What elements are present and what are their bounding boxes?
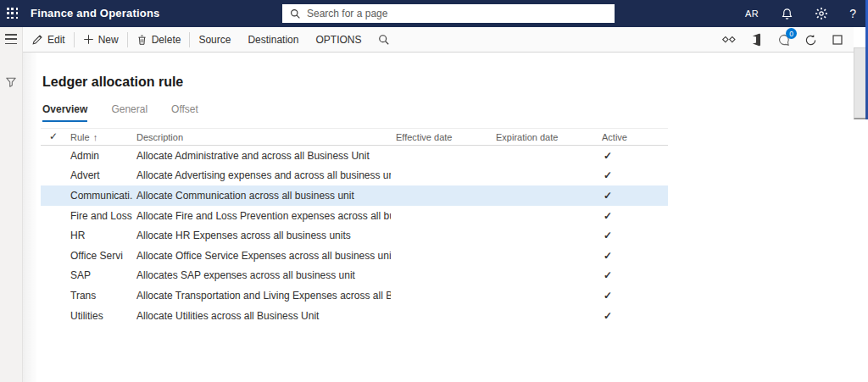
source-label: Source (198, 34, 231, 46)
grid-body: Admin Allocate Administrative and across… (41, 146, 668, 325)
cell-rule[interactable]: Admin (70, 150, 133, 162)
table-row[interactable]: Trans Allocate Transportation and Living… (41, 285, 668, 306)
tab-strip: Overview General Offset (42, 103, 198, 122)
cell-rule[interactable]: Communicati... (70, 190, 133, 202)
page-title: Ledger allocation rule (42, 75, 183, 90)
user-initials-button[interactable]: AR (745, 8, 759, 19)
destination-label: Destination (248, 34, 298, 46)
table-row[interactable]: SAP Allocates SAP expenses across all bu… (41, 266, 668, 286)
refresh-icon[interactable] (803, 32, 818, 47)
allocation-rules-grid: ✓ Rule↑ Description Effective date Expir… (41, 128, 668, 325)
edit-button[interactable]: Edit (23, 27, 74, 53)
edit-label: Edit (47, 34, 65, 46)
source-menu-button[interactable]: Source (190, 27, 239, 53)
active-check-icon: ✓ (604, 230, 629, 241)
tab-offset[interactable]: Offset (171, 103, 198, 122)
grid-header-row: ✓ Rule↑ Description Effective date Expir… (41, 128, 668, 146)
cell-description[interactable]: Allocate Advertising expenses and across… (136, 169, 391, 181)
filter-funnel-icon[interactable] (5, 76, 17, 88)
message-center-icon[interactable]: 0 (776, 32, 791, 47)
trash-icon (136, 34, 147, 46)
pencil-icon (31, 34, 43, 46)
column-header-rule[interactable]: Rule↑ (70, 132, 97, 142)
content-panel: Ledger allocation rule Overview General … (23, 53, 868, 382)
open-in-office-icon[interactable] (748, 32, 764, 47)
vertical-scrollbar-thumb[interactable] (854, 47, 866, 119)
cell-description[interactable]: Allocate Communication across all busine… (136, 190, 391, 202)
page-search-input[interactable]: Search for a page (282, 4, 615, 23)
delete-button[interactable]: Delete (128, 27, 190, 53)
options-label: OPTIONS (315, 34, 361, 46)
table-row[interactable]: Utilities Allocate Utilities across all … (41, 306, 668, 326)
plus-icon (83, 34, 94, 45)
active-check-icon: ✓ (604, 269, 629, 281)
cell-rule[interactable]: HR (70, 230, 133, 241)
active-check-icon: ✓ (604, 190, 629, 202)
tab-overview[interactable]: Overview (42, 103, 87, 122)
table-row[interactable]: Advert Allocate Advertising expenses and… (41, 166, 668, 186)
active-check-icon: ✓ (604, 290, 629, 302)
table-row[interactable]: Fire and Loss Allocate Fire and Loss Pre… (41, 206, 668, 226)
action-pane: Edit New Delete Source Destination OPTIO… (23, 27, 854, 53)
column-header-effective-date[interactable]: Effective date (396, 132, 452, 142)
search-icon (290, 8, 301, 19)
table-row[interactable]: Admin Allocate Administrative and across… (41, 146, 668, 166)
search-icon (378, 34, 390, 46)
cell-rule[interactable]: Fire and Loss (70, 210, 133, 222)
preview-glasses-icon[interactable] (721, 32, 737, 47)
message-count-badge: 0 (786, 28, 797, 39)
cell-description[interactable]: Allocates SAP expenses across all busine… (136, 269, 391, 281)
select-all-check-icon[interactable]: ✓ (49, 130, 58, 142)
content-left-shadow (23, 53, 38, 382)
new-label: New (98, 34, 119, 46)
active-check-icon: ✓ (604, 169, 629, 181)
cell-description[interactable]: Allocate Office Service Expenses across … (136, 250, 391, 262)
delete-label: Delete (152, 34, 181, 46)
active-check-icon: ✓ (604, 150, 629, 162)
cell-rule[interactable]: SAP (70, 269, 133, 281)
cell-description[interactable]: Allocate Utilities across all Business U… (136, 310, 391, 322)
cell-rule[interactable]: Utilities (70, 310, 133, 322)
cell-rule[interactable]: Advert (70, 169, 133, 181)
table-row[interactable]: HR Allocate HR Expenses across all busin… (41, 225, 668, 246)
column-header-expiration-date[interactable]: Expiration date (496, 132, 558, 142)
cell-description[interactable]: Allocate HR Expenses across all business… (136, 230, 391, 241)
tab-general[interactable]: General (111, 103, 147, 122)
table-row[interactable]: Communicati... Allocate Communication ac… (41, 185, 668, 206)
cell-description[interactable]: Allocate Administrative and across all B… (136, 150, 391, 162)
active-check-icon: ✓ (604, 310, 629, 322)
cell-rule[interactable]: Trans (70, 290, 133, 302)
destination-menu-button[interactable]: Destination (239, 27, 307, 53)
top-navigation-bar: Finance and Operations Search for a page… (0, 0, 868, 27)
sort-ascending-icon: ↑ (93, 132, 98, 142)
waffle-menu-icon[interactable] (7, 8, 19, 19)
expand-window-icon[interactable] (830, 32, 845, 47)
gear-icon[interactable] (815, 7, 828, 20)
bell-icon[interactable] (780, 7, 793, 20)
app-window: Finance and Operations Search for a page… (0, 0, 868, 382)
column-header-description[interactable]: Description (136, 132, 183, 142)
column-header-active[interactable]: Active (602, 132, 627, 142)
table-row[interactable]: Office Servi Allocate Office Service Exp… (41, 246, 668, 266)
help-icon[interactable]: ? (849, 7, 856, 20)
active-check-icon: ✓ (604, 250, 629, 262)
cell-rule[interactable]: Office Servi (70, 250, 133, 262)
cell-description[interactable]: Allocate Transportation and Living Expen… (136, 290, 391, 302)
options-menu-button[interactable]: OPTIONS (307, 27, 370, 53)
hamburger-menu-icon[interactable] (5, 34, 17, 44)
search-placeholder: Search for a page (307, 8, 387, 19)
actionbar-search-button[interactable] (370, 27, 398, 53)
active-check-icon: ✓ (604, 210, 629, 222)
app-title: Finance and Operations (31, 7, 160, 19)
new-button[interactable]: New (75, 27, 127, 53)
cell-description[interactable]: Allocate Fire and Loss Prevention expens… (136, 210, 391, 222)
